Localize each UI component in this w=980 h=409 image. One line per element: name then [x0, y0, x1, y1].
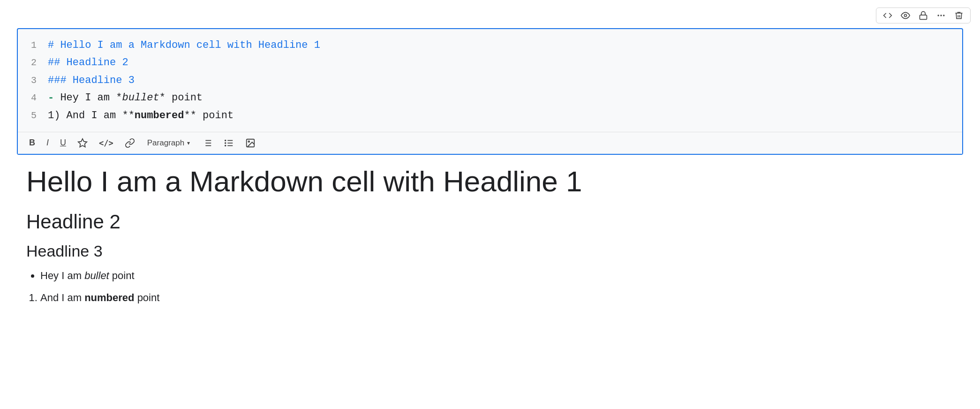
format-toolbar: B I U </> Paragraph ▾: [18, 132, 962, 154]
rendered-numbered-item: And I am numbered point: [40, 289, 954, 306]
numbered-suffix: point: [135, 292, 160, 303]
paragraph-dropdown[interactable]: Paragraph ▾: [144, 137, 193, 149]
line-content-h3: ### Headline 3: [48, 72, 135, 89]
bullet-italic: bullet: [84, 270, 109, 281]
rendered-h3: Headline 3: [26, 242, 954, 261]
editor-line-2: 2 ## Headline 2: [27, 54, 953, 71]
underline-button[interactable]: U: [58, 137, 68, 149]
bullet-prefix: Hey I am: [40, 270, 84, 281]
svg-marker-5: [78, 139, 87, 147]
bullet-suffix: point: [109, 270, 135, 281]
ordered-list-button[interactable]: [200, 137, 214, 149]
cell-toolbar: [876, 8, 971, 23]
line-content-numbered: 1) And I am **numbered** point: [48, 107, 234, 124]
delete-icon[interactable]: [954, 11, 964, 20]
bold-button[interactable]: B: [27, 137, 37, 149]
svg-point-16: [225, 143, 226, 144]
svg-point-17: [225, 145, 226, 146]
line-number-1: 1: [27, 38, 37, 53]
line-number-4: 4: [27, 90, 37, 106]
numbered-prefix: And I am: [40, 292, 84, 303]
rendered-h2: Headline 2: [26, 210, 954, 234]
svg-rect-1: [920, 15, 927, 19]
preview-icon[interactable]: [901, 11, 910, 20]
line-number-5: 5: [27, 108, 37, 124]
svg-point-19: [249, 141, 250, 142]
rendered-bullet-list: Hey I am bullet point: [40, 267, 954, 284]
svg-point-3: [940, 15, 942, 16]
lock-icon[interactable]: [919, 11, 928, 20]
link-button[interactable]: [123, 137, 137, 149]
svg-point-15: [225, 140, 226, 141]
svg-point-2: [938, 15, 939, 16]
image-button[interactable]: [243, 137, 257, 149]
unordered-list-button[interactable]: [222, 137, 236, 149]
more-options-icon[interactable]: [936, 11, 946, 20]
line-number-3: 3: [27, 73, 37, 89]
rendered-h1: Hello I am a Markdown cell with Headline…: [26, 164, 954, 199]
rendered-numbered-list: And I am numbered point: [40, 289, 954, 306]
svg-point-4: [943, 15, 944, 16]
highlight-button[interactable]: [75, 137, 90, 149]
inline-code-button[interactable]: </>: [97, 137, 115, 149]
italic-button[interactable]: I: [45, 137, 51, 149]
svg-point-0: [905, 15, 907, 17]
line-number-2: 2: [27, 55, 37, 71]
editor-content-area[interactable]: 1 # Hello I am a Markdown cell with Head…: [18, 29, 962, 132]
code-toggle-icon[interactable]: [883, 11, 892, 20]
markdown-editor-cell[interactable]: 1 # Hello I am a Markdown cell with Head…: [17, 28, 963, 155]
line-content-h2: ## Headline 2: [48, 54, 128, 71]
editor-line-3: 3 ### Headline 3: [27, 72, 953, 89]
line-content-h1: # Hello I am a Markdown cell with Headli…: [48, 37, 320, 54]
rendered-output: Hello I am a Markdown cell with Headline…: [0, 155, 980, 321]
editor-line-5: 5 1) And I am **numbered** point: [27, 107, 953, 124]
numbered-bold: numbered: [84, 292, 134, 303]
chevron-down-icon: ▾: [187, 140, 190, 146]
line-content-bullet: - Hey I am *bullet* point: [48, 89, 203, 106]
paragraph-label: Paragraph: [147, 138, 184, 148]
editor-line-4: 4 - Hey I am *bullet* point: [27, 89, 953, 106]
editor-line-1: 1 # Hello I am a Markdown cell with Head…: [27, 37, 953, 54]
rendered-bullet-item: Hey I am bullet point: [40, 267, 954, 284]
